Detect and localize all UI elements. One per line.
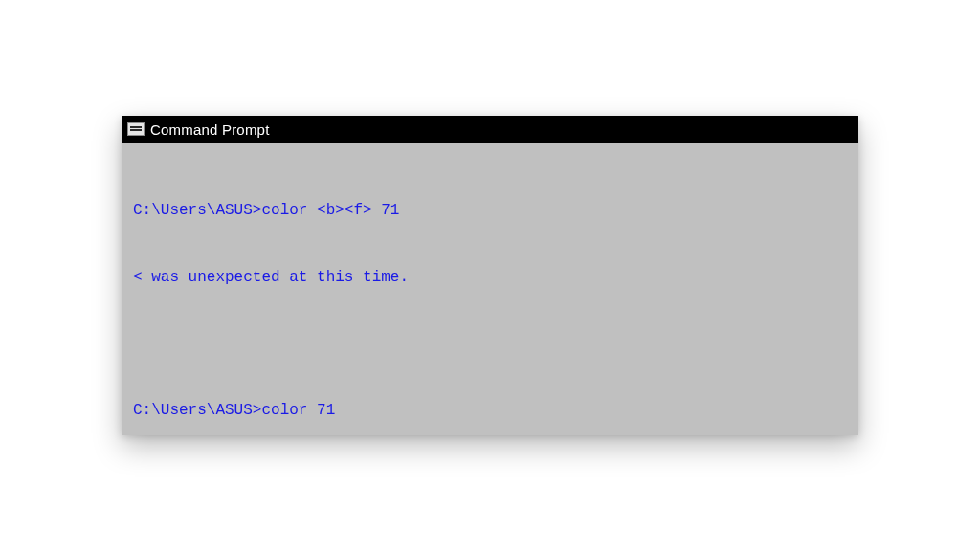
page-canvas: Command Prompt C:\Users\ASUS>color <b><f… bbox=[0, 0, 980, 551]
terminal-output[interactable]: C:\Users\ASUS>color <b><f> 71 < was unex… bbox=[122, 143, 858, 435]
command-text: color 71 bbox=[261, 402, 335, 419]
prompt-text: C:\Users\ASUS> bbox=[133, 202, 261, 219]
prompt-text: C:\Users\ASUS> bbox=[133, 402, 261, 419]
terminal-line: C:\Users\ASUS>color <b><f> 71 bbox=[133, 200, 847, 222]
command-text: color <b><f> 71 bbox=[261, 202, 399, 219]
terminal-line: C:\Users\ASUS>color 71 bbox=[133, 400, 847, 422]
window-title: Command Prompt bbox=[150, 121, 270, 138]
titlebar[interactable]: Command Prompt bbox=[122, 116, 858, 143]
command-prompt-window: Command Prompt C:\Users\ASUS>color <b><f… bbox=[122, 116, 858, 435]
terminal-blank-line bbox=[133, 334, 847, 356]
cmd-icon bbox=[127, 122, 145, 136]
terminal-line: < was unexpected at this time. bbox=[133, 267, 847, 289]
